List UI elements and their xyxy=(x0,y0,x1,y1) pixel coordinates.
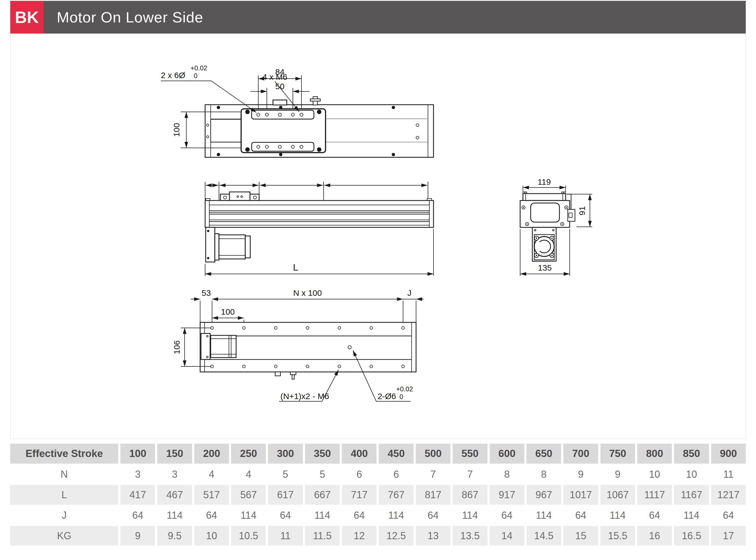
page-title: Motor On Lower Side xyxy=(43,1,746,34)
table-row-label: J xyxy=(10,505,118,525)
table-cell: 64 xyxy=(342,505,376,525)
table-cell: 10.5 xyxy=(231,526,266,546)
table-header-cell: 100 xyxy=(120,444,155,464)
series-badge: BK xyxy=(10,1,43,34)
dowel-hole-tol-plus: +0.02 xyxy=(190,64,207,72)
table-header-cell: 250 xyxy=(231,444,266,464)
table-cell: 11 xyxy=(268,526,303,546)
table-cell: 15 xyxy=(563,526,598,546)
table-cell: 567 xyxy=(231,485,266,505)
table-header-cell: 450 xyxy=(379,444,413,464)
table-cell: 10 xyxy=(674,464,709,484)
dim-119-label: 119 xyxy=(537,177,551,186)
table-header-cell: 750 xyxy=(600,444,635,464)
locate-hole-note: 2-Ø6 xyxy=(377,392,396,401)
table-cell: 13.5 xyxy=(453,526,487,546)
table-cell: 717 xyxy=(342,485,376,505)
table-cell: 867 xyxy=(453,485,487,505)
table-row-label: L xyxy=(10,485,118,505)
table-cell: 817 xyxy=(416,485,450,505)
table-cell: 64 xyxy=(637,505,672,525)
technical-drawing: 84 50 2 x 6Ø +0.02 0 4 x M6 100 xyxy=(11,34,746,439)
table-cell: 3 xyxy=(120,464,155,484)
table-cell: 5 xyxy=(268,464,303,484)
table-cell: 114 xyxy=(231,505,266,525)
table-cell: 114 xyxy=(600,505,635,525)
table-cell: 8 xyxy=(490,464,524,484)
table-cell: 1217 xyxy=(711,485,746,505)
table-cell: 9 xyxy=(120,526,155,546)
table-cell: 4 xyxy=(194,464,229,484)
table-cell: 1067 xyxy=(600,485,635,505)
table-cell: 517 xyxy=(194,485,229,505)
table-header-cell: 350 xyxy=(305,444,340,464)
locate-hole-tol-plus: +0.02 xyxy=(396,385,413,393)
dim-50-label: 50 xyxy=(275,82,284,91)
table-cell: 667 xyxy=(305,485,340,505)
dim-91-label: 91 xyxy=(577,206,587,215)
dowel-hole-note: 2 x 6Ø xyxy=(161,71,185,80)
table-cell: 4 xyxy=(231,464,266,484)
table-cell: 10 xyxy=(194,526,229,546)
dim-100-pitch-label: 100 xyxy=(221,307,235,316)
bottom-view: 53 N x 100 J 100 xyxy=(172,288,424,401)
table-cell: 114 xyxy=(674,505,709,525)
table-row-label: KG xyxy=(10,526,118,546)
table-header-cell: 200 xyxy=(194,444,229,464)
table-cell: 64 xyxy=(711,505,746,525)
table-cell: 5 xyxy=(305,464,340,484)
table-cell: 14.5 xyxy=(527,526,561,546)
dim-53-label: 53 xyxy=(202,288,211,297)
table-cell: 967 xyxy=(527,485,561,505)
drawing-panel: 84 50 2 x 6Ø +0.02 0 4 x M6 100 xyxy=(10,34,746,439)
table-cell: 7 xyxy=(416,464,450,484)
table-row-label: N xyxy=(10,464,118,484)
table-cell: 16.5 xyxy=(674,526,709,546)
table-cell: 11 xyxy=(711,464,746,484)
table-cell: 7 xyxy=(453,464,487,484)
table-cell: 114 xyxy=(305,505,340,525)
table-cell: 917 xyxy=(490,485,524,505)
table-cell: 114 xyxy=(379,505,413,525)
table-cell: 1167 xyxy=(674,485,709,505)
table-cell: 15.5 xyxy=(600,526,635,546)
dim-135-label: 135 xyxy=(538,263,552,272)
dim-106-label: 106 xyxy=(172,340,181,354)
table-cell: 1117 xyxy=(637,485,672,505)
dim-Nx100-label: N x 100 xyxy=(293,288,322,297)
table-cell: 64 xyxy=(490,505,524,525)
table-cell: 64 xyxy=(563,505,598,525)
table-cell: 9.5 xyxy=(157,526,192,546)
table-header-cell: 300 xyxy=(268,444,303,464)
table-header-label: Effective Stroke xyxy=(10,444,118,464)
table-cell: 10 xyxy=(637,464,672,484)
table-cell: 14 xyxy=(490,526,524,546)
table-cell: 114 xyxy=(157,505,192,525)
thread-note: 4 x M6 xyxy=(262,72,287,81)
table-cell: 9 xyxy=(563,464,598,484)
table-cell: 617 xyxy=(268,485,303,505)
table-cell: 6 xyxy=(342,464,376,484)
table-header-cell: 500 xyxy=(416,444,450,464)
table-header-cell: 850 xyxy=(674,444,709,464)
table-cell: 16 xyxy=(637,526,672,546)
table-cell: 17 xyxy=(711,526,746,546)
dim-L-label: L xyxy=(293,262,299,273)
locate-hole-tol-zero: 0 xyxy=(400,393,403,400)
table-cell: 767 xyxy=(379,485,413,505)
mount-thread-note: (N+1)x2 - M6 xyxy=(281,392,329,401)
table-cell: 12.5 xyxy=(379,526,413,546)
title-bar: BK Motor On Lower Side xyxy=(10,1,746,34)
table-cell: 13 xyxy=(416,526,450,546)
table-header-cell: 600 xyxy=(490,444,524,464)
stroke-table: Effective Stroke100150200250300350400450… xyxy=(10,444,746,546)
table-cell: 114 xyxy=(527,505,561,525)
top-view: 84 50 2 x 6Ø +0.02 0 4 x M6 100 xyxy=(161,64,433,157)
table-header-cell: 550 xyxy=(453,444,487,464)
dim-100-label: 100 xyxy=(172,123,181,137)
table-cell: 1017 xyxy=(563,485,598,505)
table-header-cell: 150 xyxy=(157,444,192,464)
table-cell: 11.5 xyxy=(305,526,340,546)
dim-J-label: J xyxy=(408,288,412,297)
table-cell: 8 xyxy=(527,464,561,484)
